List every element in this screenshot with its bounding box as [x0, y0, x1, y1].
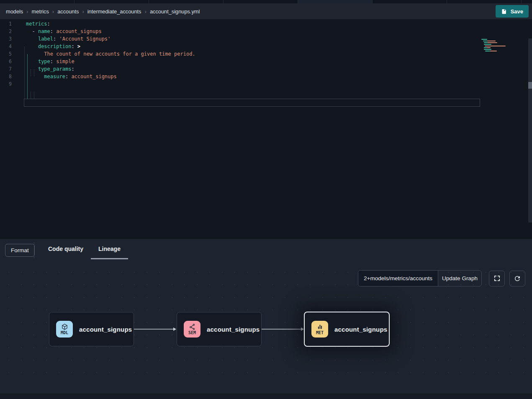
panel-bottom-strip [0, 394, 532, 399]
tab-strip-filler [522, 0, 532, 3]
code-line[interactable]: 8 measure: account_signups [0, 73, 532, 80]
editor-tab-strip [0, 0, 532, 3]
breadcrumb-item-file[interactable]: account_signups.yml [150, 8, 200, 15]
semantic-model-badge: SEM [184, 321, 200, 338]
indent-guide [24, 46, 25, 99]
chevron-right-icon: › [145, 8, 146, 15]
file-tab[interactable] [224, 0, 298, 3]
lineage-canvas[interactable]: Update Graph [0, 262, 532, 381]
lineage-node-semantic-model[interactable]: SEM account_signups [177, 312, 262, 346]
code-line[interactable]: 7 type_params: [0, 65, 532, 73]
format-button[interactable]: Format [5, 244, 35, 257]
minimap[interactable] [481, 39, 507, 53]
lineage-filter-input[interactable] [358, 271, 438, 286]
panel-divider [34, 242, 34, 258]
yaml-punct: : [47, 21, 50, 27]
code-line[interactable]: 4 description: > [0, 43, 532, 50]
tab-lineage[interactable]: Lineage [91, 244, 128, 259]
refresh-button[interactable] [509, 271, 525, 286]
file-tab[interactable] [75, 0, 149, 3]
code-line[interactable]: 1 metrics: [0, 20, 532, 28]
line-number: 4 [0, 43, 17, 50]
lineage-controls: Update Graph [358, 270, 525, 286]
yaml-value: account_signups [53, 28, 102, 34]
breadcrumb-item-accounts[interactable]: accounts [57, 8, 79, 15]
yaml-key: description [38, 43, 71, 49]
badge-label: MET [316, 330, 324, 335]
yaml-value: simple [53, 59, 75, 64]
line-number: 7 [0, 65, 17, 73]
lineage-filter-group: Update Graph [358, 270, 482, 286]
app-window: models › metrics › accounts › intermedia… [0, 0, 532, 399]
metric-badge: MET [311, 321, 328, 338]
lineage-node-metric-selected[interactable]: MET account_signups [304, 312, 390, 347]
file-tab-active[interactable] [298, 0, 373, 3]
chevron-right-icon: › [26, 8, 28, 15]
code-line[interactable]: 6 type: simple [0, 58, 532, 65]
model-badge: MDL [56, 321, 73, 338]
save-label: Save [511, 8, 523, 15]
breadcrumb-item-models[interactable]: models [6, 8, 23, 15]
breadcrumb: models › metrics › accounts › intermedia… [0, 8, 200, 15]
line-number: 8 [0, 73, 17, 80]
code-line[interactable]: 3 label: 'Account Signups' [0, 35, 532, 43]
fullscreen-icon [493, 275, 501, 282]
scrollbar-thumb[interactable] [528, 82, 532, 89]
code-line[interactable]: 5 The count of new accounts for a given … [0, 50, 532, 58]
tab-code-quality[interactable]: Code quality [41, 244, 91, 259]
line-number: 3 [0, 35, 17, 43]
network-icon [189, 323, 196, 330]
indent-guide [34, 69, 34, 77]
refresh-icon [514, 275, 521, 282]
yaml-string: 'Account Signups' [56, 36, 111, 42]
indent-guide [31, 69, 31, 77]
code-line-active[interactable]: 9 [0, 80, 532, 88]
chevron-right-icon: › [52, 8, 54, 15]
breadcrumb-item-intermediate-accounts[interactable]: intermediate_accounts [87, 8, 141, 15]
indent-guide-active [27, 54, 28, 99]
node-label: account_signups [207, 326, 260, 333]
update-graph-button[interactable]: Update Graph [438, 271, 481, 286]
yaml-block-indicator: > [77, 43, 80, 49]
yaml-key: measure [44, 74, 65, 79]
file-tab[interactable] [447, 0, 522, 3]
active-line-highlight [24, 99, 480, 107]
yaml-key: type_params [38, 66, 71, 72]
file-tab[interactable] [373, 0, 447, 3]
breadcrumb-bar: models › metrics › accounts › intermedia… [0, 3, 532, 19]
badge-label: MDL [61, 330, 68, 335]
breadcrumb-item-metrics[interactable]: metrics [32, 8, 49, 15]
chevron-right-icon: › [82, 8, 84, 15]
yaml-key: name [38, 28, 50, 34]
yaml-key: type [38, 59, 50, 64]
bar-chart-icon [316, 323, 324, 330]
panel-tabs: Code quality Lineage [41, 244, 128, 259]
yaml-dash: - [32, 28, 38, 34]
indent-guide [34, 92, 34, 99]
bottom-panel: Format Code quality Lineage Update Graph [0, 238, 532, 399]
yaml-key: label [38, 36, 53, 42]
yaml-key: metrics [26, 21, 47, 27]
yaml-value: account_signups [68, 74, 117, 79]
save-icon [501, 8, 507, 15]
yaml-text: The count of new accounts for a given ti… [44, 51, 195, 57]
file-tab[interactable] [0, 0, 75, 3]
code-editor[interactable]: 1 metrics: 2 - name: account_signups 3 l… [0, 19, 532, 238]
line-number: 5 [0, 50, 17, 58]
editor-scrollbar[interactable] [528, 38, 532, 223]
code-line[interactable]: 2 - name: account_signups [0, 28, 532, 35]
line-number: 2 [0, 28, 17, 35]
node-label: account_signups [334, 326, 387, 333]
lineage-node-model[interactable]: MDL account_signups [49, 312, 134, 346]
line-number: 6 [0, 58, 17, 65]
fullscreen-button[interactable] [489, 271, 505, 286]
indent-guide [31, 92, 31, 99]
file-tab[interactable] [149, 0, 224, 3]
line-number: 1 [0, 20, 17, 28]
badge-label: SEM [188, 330, 196, 335]
line-number: 9 [0, 80, 17, 88]
cube-icon [61, 323, 68, 330]
node-label: account_signups [79, 326, 132, 333]
save-button[interactable]: Save [496, 5, 529, 18]
